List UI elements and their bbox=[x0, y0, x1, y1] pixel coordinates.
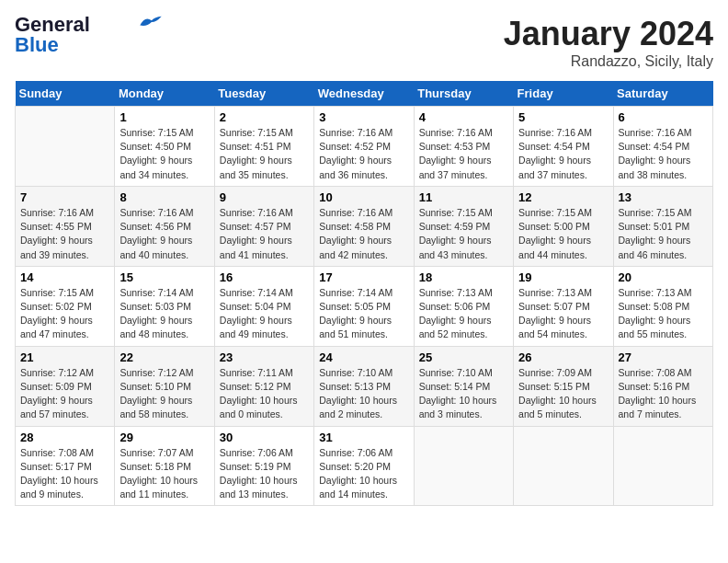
calendar-day-cell: 23Sunrise: 7:11 AM Sunset: 5:12 PM Dayli… bbox=[214, 346, 313, 426]
day-info: Sunrise: 7:11 AM Sunset: 5:12 PM Dayligh… bbox=[220, 366, 309, 422]
calendar-header-row: SundayMondayTuesdayWednesdayThursdayFrid… bbox=[16, 81, 713, 107]
day-info: Sunrise: 7:08 AM Sunset: 5:16 PM Dayligh… bbox=[619, 366, 708, 422]
calendar-day-cell: 31Sunrise: 7:06 AM Sunset: 5:20 PM Dayli… bbox=[314, 426, 414, 506]
logo: General Blue bbox=[15, 15, 164, 55]
day-number: 20 bbox=[619, 270, 708, 284]
logo-blue-text: Blue bbox=[15, 35, 59, 55]
weekday-header-tuesday: Tuesday bbox=[214, 81, 313, 107]
day-info: Sunrise: 7:16 AM Sunset: 4:55 PM Dayligh… bbox=[20, 206, 109, 262]
calendar-week-row: 7Sunrise: 7:16 AM Sunset: 4:55 PM Daylig… bbox=[16, 186, 713, 266]
day-number: 28 bbox=[20, 431, 109, 444]
calendar-day-cell: 5Sunrise: 7:16 AM Sunset: 4:54 PM Daylig… bbox=[514, 107, 613, 187]
calendar-day-cell: 7Sunrise: 7:16 AM Sunset: 4:55 PM Daylig… bbox=[16, 186, 115, 266]
weekday-header-saturday: Saturday bbox=[613, 81, 712, 107]
calendar-day-cell: 12Sunrise: 7:15 AM Sunset: 5:00 PM Dayli… bbox=[514, 186, 613, 266]
day-number: 27 bbox=[619, 350, 708, 364]
calendar-day-cell: 16Sunrise: 7:14 AM Sunset: 5:04 PM Dayli… bbox=[214, 266, 313, 346]
day-info: Sunrise: 7:15 AM Sunset: 4:50 PM Dayligh… bbox=[119, 126, 209, 182]
day-number: 26 bbox=[518, 350, 608, 364]
day-number: 11 bbox=[419, 190, 508, 204]
calendar-day-cell: 18Sunrise: 7:13 AM Sunset: 5:06 PM Dayli… bbox=[414, 266, 513, 346]
day-info: Sunrise: 7:10 AM Sunset: 5:14 PM Dayligh… bbox=[419, 366, 508, 422]
weekday-header-monday: Monday bbox=[115, 81, 214, 107]
logo-text: General bbox=[15, 15, 90, 35]
page-header: General Blue January 2024 Randazzo, Sici… bbox=[15, 15, 713, 70]
calendar-day-cell: 30Sunrise: 7:06 AM Sunset: 5:19 PM Dayli… bbox=[214, 426, 313, 506]
day-number: 16 bbox=[220, 270, 309, 284]
weekday-header-friday: Friday bbox=[514, 81, 613, 107]
day-info: Sunrise: 7:15 AM Sunset: 4:51 PM Dayligh… bbox=[220, 126, 309, 182]
day-info: Sunrise: 7:15 AM Sunset: 5:00 PM Dayligh… bbox=[518, 206, 608, 262]
day-number: 21 bbox=[20, 350, 109, 364]
day-number: 23 bbox=[220, 350, 309, 364]
calendar-week-row: 14Sunrise: 7:15 AM Sunset: 5:02 PM Dayli… bbox=[16, 266, 713, 346]
day-number: 17 bbox=[319, 270, 408, 284]
calendar-day-cell: 2Sunrise: 7:15 AM Sunset: 4:51 PM Daylig… bbox=[214, 107, 313, 187]
calendar-empty-cell bbox=[16, 107, 115, 187]
day-info: Sunrise: 7:14 AM Sunset: 5:05 PM Dayligh… bbox=[319, 286, 408, 342]
day-number: 9 bbox=[220, 190, 309, 204]
calendar-day-cell: 6Sunrise: 7:16 AM Sunset: 4:54 PM Daylig… bbox=[613, 107, 712, 187]
calendar-day-cell: 14Sunrise: 7:15 AM Sunset: 5:02 PM Dayli… bbox=[16, 266, 115, 346]
calendar-day-cell: 4Sunrise: 7:16 AM Sunset: 4:53 PM Daylig… bbox=[414, 107, 513, 187]
calendar-empty-cell bbox=[514, 426, 613, 506]
day-info: Sunrise: 7:08 AM Sunset: 5:17 PM Dayligh… bbox=[20, 446, 109, 502]
calendar-day-cell: 10Sunrise: 7:16 AM Sunset: 4:58 PM Dayli… bbox=[314, 186, 414, 266]
calendar-day-cell: 20Sunrise: 7:13 AM Sunset: 5:08 PM Dayli… bbox=[613, 266, 712, 346]
calendar-day-cell: 1Sunrise: 7:15 AM Sunset: 4:50 PM Daylig… bbox=[115, 107, 214, 187]
month-title: January 2024 bbox=[504, 15, 713, 53]
calendar-table: SundayMondayTuesdayWednesdayThursdayFrid… bbox=[15, 81, 713, 506]
calendar-day-cell: 28Sunrise: 7:08 AM Sunset: 5:17 PM Dayli… bbox=[16, 426, 115, 506]
calendar-day-cell: 26Sunrise: 7:09 AM Sunset: 5:15 PM Dayli… bbox=[514, 346, 613, 426]
calendar-day-cell: 17Sunrise: 7:14 AM Sunset: 5:05 PM Dayli… bbox=[314, 266, 414, 346]
day-info: Sunrise: 7:15 AM Sunset: 5:02 PM Dayligh… bbox=[20, 286, 109, 342]
day-info: Sunrise: 7:13 AM Sunset: 5:07 PM Dayligh… bbox=[518, 286, 608, 342]
day-info: Sunrise: 7:16 AM Sunset: 4:56 PM Dayligh… bbox=[119, 206, 209, 262]
day-number: 10 bbox=[319, 190, 408, 204]
calendar-empty-cell bbox=[613, 426, 712, 506]
calendar-empty-cell bbox=[414, 426, 513, 506]
day-number: 24 bbox=[319, 350, 408, 364]
day-info: Sunrise: 7:15 AM Sunset: 4:59 PM Dayligh… bbox=[419, 206, 508, 262]
day-info: Sunrise: 7:12 AM Sunset: 5:10 PM Dayligh… bbox=[119, 366, 209, 422]
day-number: 12 bbox=[518, 190, 608, 204]
day-info: Sunrise: 7:16 AM Sunset: 4:53 PM Dayligh… bbox=[419, 126, 508, 182]
day-info: Sunrise: 7:06 AM Sunset: 5:20 PM Dayligh… bbox=[319, 446, 408, 502]
day-number: 18 bbox=[419, 270, 508, 284]
calendar-day-cell: 25Sunrise: 7:10 AM Sunset: 5:14 PM Dayli… bbox=[414, 346, 513, 426]
day-info: Sunrise: 7:14 AM Sunset: 5:04 PM Dayligh… bbox=[220, 286, 309, 342]
weekday-header-sunday: Sunday bbox=[16, 81, 115, 107]
day-number: 25 bbox=[419, 350, 508, 364]
calendar-day-cell: 11Sunrise: 7:15 AM Sunset: 4:59 PM Dayli… bbox=[414, 186, 513, 266]
day-number: 30 bbox=[220, 431, 309, 444]
calendar-day-cell: 21Sunrise: 7:12 AM Sunset: 5:09 PM Dayli… bbox=[16, 346, 115, 426]
weekday-header-thursday: Thursday bbox=[414, 81, 513, 107]
title-block: January 2024 Randazzo, Sicily, Italy bbox=[504, 15, 713, 70]
day-info: Sunrise: 7:16 AM Sunset: 4:54 PM Dayligh… bbox=[619, 126, 708, 182]
calendar-day-cell: 29Sunrise: 7:07 AM Sunset: 5:18 PM Dayli… bbox=[115, 426, 214, 506]
day-number: 19 bbox=[518, 270, 608, 284]
day-info: Sunrise: 7:10 AM Sunset: 5:13 PM Dayligh… bbox=[319, 366, 408, 422]
calendar-week-row: 28Sunrise: 7:08 AM Sunset: 5:17 PM Dayli… bbox=[16, 426, 713, 506]
day-number: 4 bbox=[419, 110, 508, 124]
day-info: Sunrise: 7:06 AM Sunset: 5:19 PM Dayligh… bbox=[220, 446, 309, 502]
calendar-day-cell: 3Sunrise: 7:16 AM Sunset: 4:52 PM Daylig… bbox=[314, 107, 414, 187]
calendar-day-cell: 8Sunrise: 7:16 AM Sunset: 4:56 PM Daylig… bbox=[115, 186, 214, 266]
day-number: 2 bbox=[220, 110, 309, 124]
day-info: Sunrise: 7:16 AM Sunset: 4:54 PM Dayligh… bbox=[518, 126, 608, 182]
day-number: 8 bbox=[119, 190, 209, 204]
calendar-day-cell: 24Sunrise: 7:10 AM Sunset: 5:13 PM Dayli… bbox=[314, 346, 414, 426]
day-number: 31 bbox=[319, 431, 408, 444]
day-number: 3 bbox=[319, 110, 408, 124]
day-info: Sunrise: 7:13 AM Sunset: 5:08 PM Dayligh… bbox=[619, 286, 708, 342]
day-number: 14 bbox=[20, 270, 109, 284]
day-number: 15 bbox=[119, 270, 209, 284]
calendar-day-cell: 19Sunrise: 7:13 AM Sunset: 5:07 PM Dayli… bbox=[514, 266, 613, 346]
day-number: 22 bbox=[119, 350, 209, 364]
day-info: Sunrise: 7:07 AM Sunset: 5:18 PM Dayligh… bbox=[119, 446, 209, 502]
day-info: Sunrise: 7:16 AM Sunset: 4:58 PM Dayligh… bbox=[319, 206, 408, 262]
calendar-day-cell: 22Sunrise: 7:12 AM Sunset: 5:10 PM Dayli… bbox=[115, 346, 214, 426]
day-info: Sunrise: 7:15 AM Sunset: 5:01 PM Dayligh… bbox=[619, 206, 708, 262]
location-text: Randazzo, Sicily, Italy bbox=[504, 53, 713, 70]
day-info: Sunrise: 7:16 AM Sunset: 4:57 PM Dayligh… bbox=[220, 206, 309, 262]
